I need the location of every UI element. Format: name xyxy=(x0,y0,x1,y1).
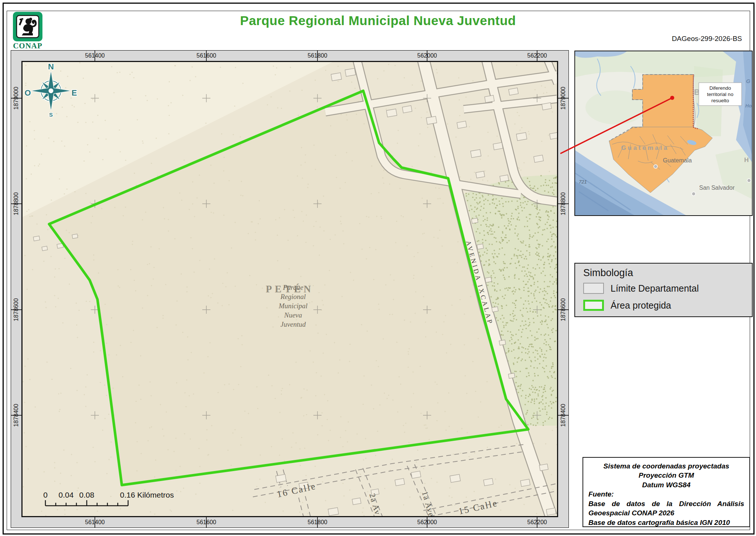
axis-label: 561400 xyxy=(85,52,104,59)
inset-san-salvador-label: San Salvador xyxy=(699,185,735,191)
legend-box: Simbología Límite Departamental Área pro… xyxy=(574,263,753,317)
departmental-limit-swatch xyxy=(583,283,604,294)
compass-n: N xyxy=(48,62,54,71)
compass-s: S xyxy=(49,111,53,118)
san-salvador-dot xyxy=(692,192,695,196)
inset-sea-label-1: G xyxy=(746,78,750,84)
inset-city-label: Guatemala xyxy=(663,157,692,164)
park-name-line: Nueva xyxy=(284,311,302,319)
axis-label: 1878400 xyxy=(13,404,20,427)
inset-sea-label-2: Hond xyxy=(745,103,752,109)
axis-label: 561600 xyxy=(196,52,216,59)
park-name-line: Juventud xyxy=(281,320,306,328)
datum-line: Datum WGS84 xyxy=(588,480,744,489)
axis-label: 562200 xyxy=(527,519,547,526)
source-line: Base de datos cartografía básica IGN 201… xyxy=(588,518,744,527)
legend-title: Simbología xyxy=(583,267,633,279)
park-name-line: Municipal xyxy=(278,302,307,310)
legend-item-limite: Límite Departamental xyxy=(583,282,699,295)
conap-logo-label: CONAP xyxy=(7,41,49,51)
axis-label: 1879000 xyxy=(13,87,20,110)
axis-label: 1878600 xyxy=(13,298,20,321)
axis-label: 562000 xyxy=(417,519,437,526)
axis-label: 1878800 xyxy=(560,192,567,215)
callout-line: Diferendo xyxy=(709,85,731,91)
axis-label: 561800 xyxy=(307,519,327,526)
scale-bar-label: 0 xyxy=(43,491,48,499)
document-code: DAGeos-299-2026-BS xyxy=(672,35,742,43)
inset-honduras-fragment: H o xyxy=(744,157,752,164)
scale-bar-label: 0.08 xyxy=(79,491,94,499)
axis-label: 562000 xyxy=(417,52,437,59)
callout-line: territorial no xyxy=(707,92,733,97)
inset-locator-map: G u a t e m a l a Guatemala San Salvador… xyxy=(574,51,753,216)
main-map: PETÉN Parque Regional Municipal Nueva Ju… xyxy=(21,61,558,517)
legend-item-area: Área protegida xyxy=(583,299,671,312)
legend-item-label: Área protegida xyxy=(611,300,671,311)
scale-bar-label: 0.16 Kilómetros xyxy=(120,491,174,499)
axis-label: 562200 xyxy=(527,52,547,59)
scale-bar-label: 0.04 xyxy=(59,491,74,499)
axis-label: 1878600 xyxy=(560,298,567,321)
axis-label: 561600 xyxy=(196,519,216,526)
guatemala-city-dot xyxy=(654,165,657,168)
legend-item-label: Límite Departamental xyxy=(611,283,699,294)
axis-label: 1878800 xyxy=(13,192,20,215)
fuente-label: Fuente: xyxy=(588,489,744,499)
map-info-box: Sistema de coordenadas proyectadas Proye… xyxy=(583,457,750,527)
inset-country-label: G u a t e m a l a xyxy=(621,144,667,151)
inset-depth-label: 721 xyxy=(579,179,587,185)
axis-label: 1879000 xyxy=(560,87,567,110)
axis-label: 1878400 xyxy=(560,404,567,427)
page-title: Parque Regional Municipal Nueva Juventud xyxy=(0,13,756,28)
park-name-line: Regional xyxy=(280,293,306,300)
callout-line: resuelto xyxy=(711,98,729,103)
map-canvas: PETÉN Parque Regional Municipal Nueva Ju… xyxy=(23,62,557,516)
compass-o: O xyxy=(24,88,31,97)
crs-line: Sistema de coordenadas proyectadas xyxy=(588,461,744,471)
protected-area-swatch xyxy=(583,300,604,311)
axis-label: 561800 xyxy=(307,52,327,59)
compass-e: E xyxy=(72,88,77,97)
main-map-frame: PETÉN Parque Regional Municipal Nueva Ju… xyxy=(11,50,569,528)
park-name-line: Parque xyxy=(282,284,303,291)
axis-label: 561400 xyxy=(85,519,104,526)
map-document-page: CONAP Parque Regional Municipal Nueva Ju… xyxy=(0,0,756,536)
projection-line: Proyección GTM xyxy=(588,471,744,480)
source-line: Base de datos de la Dirección Análisis G… xyxy=(588,499,744,518)
